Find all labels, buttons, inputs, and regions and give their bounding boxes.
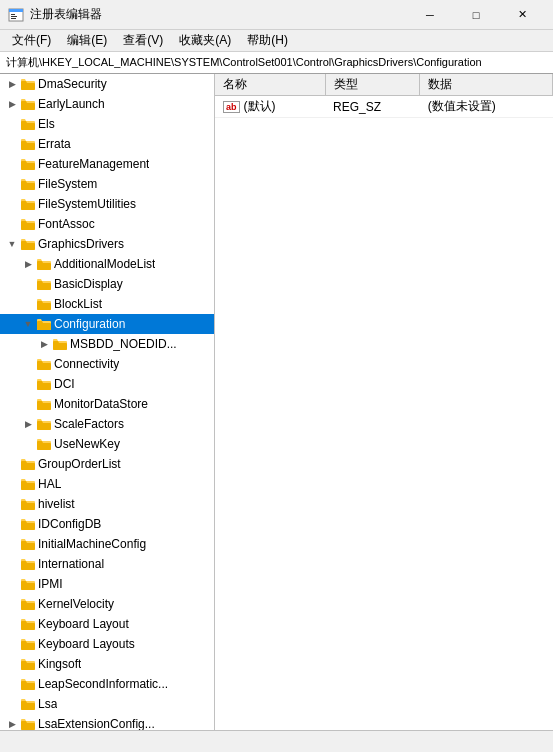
maximize-button[interactable]: □ [453, 0, 499, 30]
tree-label: MSBDD_NOEDID... [70, 337, 177, 351]
tree-panel[interactable]: DmaSecurity EarlyLaunch Els Errata Featu… [0, 74, 215, 730]
tree-item[interactable]: BasicDisplay [0, 274, 214, 294]
tree-item[interactable]: EarlyLaunch [0, 94, 214, 114]
address-bar: 计算机\HKEY_LOCAL_MACHINE\SYSTEM\ControlSet… [0, 52, 553, 74]
folder-icon [20, 596, 36, 612]
close-button[interactable]: ✕ [499, 0, 545, 30]
tree-label: IDConfigDB [38, 517, 101, 531]
app-title: 注册表编辑器 [30, 6, 407, 23]
tree-label: BlockList [54, 297, 102, 311]
tree-item[interactable]: UseNewKey [0, 434, 214, 454]
col-type: 类型 [325, 74, 420, 96]
tree-expander[interactable] [4, 76, 20, 92]
tree-item[interactable]: FileSystem [0, 174, 214, 194]
tree-label: UseNewKey [54, 437, 120, 451]
tree-expander[interactable] [4, 716, 20, 730]
tree-item[interactable]: InitialMachineConfig [0, 534, 214, 554]
window-controls: ─ □ ✕ [407, 0, 545, 30]
tree-expander[interactable] [4, 96, 20, 112]
registry-table: 名称 类型 数据 ab(默认)REG_SZ(数值未设置) [215, 74, 553, 118]
tree-item[interactable]: BlockList [0, 294, 214, 314]
tree-label: DCI [54, 377, 75, 391]
table-row[interactable]: ab(默认)REG_SZ(数值未设置) [215, 96, 553, 118]
folder-icon [20, 196, 36, 212]
menu-item-查看(V)[interactable]: 查看(V) [115, 30, 171, 51]
tree-expander[interactable] [4, 236, 20, 252]
tree-item[interactable]: FeatureManagement [0, 154, 214, 174]
tree-item[interactable]: MSBDD_NOEDID... [0, 334, 214, 354]
folder-icon [20, 536, 36, 552]
tree-label: LeapSecondInformatic... [38, 677, 168, 691]
tree-item[interactable]: Lsa [0, 694, 214, 714]
folder-icon [36, 276, 52, 292]
folder-icon [20, 96, 36, 112]
tree-item[interactable]: Keyboard Layouts [0, 634, 214, 654]
tree-item[interactable]: FileSystemUtilities [0, 194, 214, 214]
tree-item[interactable]: LsaExtensionConfig... [0, 714, 214, 730]
tree-item[interactable]: Kingsoft [0, 654, 214, 674]
folder-icon [20, 636, 36, 652]
table-header: 名称 类型 数据 [215, 74, 553, 96]
tree-label: ScaleFactors [54, 417, 124, 431]
folder-icon [20, 576, 36, 592]
folder-icon [20, 176, 36, 192]
tree-label: EarlyLaunch [38, 97, 105, 111]
folder-icon [36, 296, 52, 312]
tree-item[interactable]: GraphicsDrivers [0, 234, 214, 254]
tree-item[interactable]: FontAssoc [0, 214, 214, 234]
tree-expander[interactable] [36, 336, 52, 352]
minimize-button[interactable]: ─ [407, 0, 453, 30]
folder-icon [20, 456, 36, 472]
tree-item[interactable]: AdditionalModeList [0, 254, 214, 274]
tree-label: Connectivity [54, 357, 119, 371]
tree-item[interactable]: International [0, 554, 214, 574]
menu-item-帮助(H)[interactable]: 帮助(H) [239, 30, 296, 51]
address-path: 计算机\HKEY_LOCAL_MACHINE\SYSTEM\ControlSet… [6, 55, 482, 70]
tree-item[interactable]: Els [0, 114, 214, 134]
tree-item[interactable]: LeapSecondInformatic... [0, 674, 214, 694]
tree-label: Keyboard Layout [38, 617, 129, 631]
tree-item[interactable]: GroupOrderList [0, 454, 214, 474]
menu-bar: 文件(F)编辑(E)查看(V)收藏夹(A)帮助(H) [0, 30, 553, 52]
col-name: 名称 [215, 74, 325, 96]
folder-icon [36, 396, 52, 412]
tree-label: FeatureManagement [38, 157, 149, 171]
tree-item[interactable]: IPMI [0, 574, 214, 594]
tree-item[interactable]: KernelVelocity [0, 594, 214, 614]
tree-item[interactable]: Errata [0, 134, 214, 154]
folder-icon [20, 496, 36, 512]
folder-icon [36, 316, 52, 332]
tree-item[interactable]: ScaleFactors [0, 414, 214, 434]
tree-item[interactable]: Connectivity [0, 354, 214, 374]
tree-item[interactable]: Keyboard Layout [0, 614, 214, 634]
tree-item[interactable]: MonitorDataStore [0, 394, 214, 414]
tree-label: Configuration [54, 317, 125, 331]
tree-expander[interactable] [20, 256, 36, 272]
svg-rect-2 [11, 14, 15, 15]
tree-item[interactable]: DmaSecurity [0, 74, 214, 94]
menu-item-文件(F)[interactable]: 文件(F) [4, 30, 59, 51]
folder-icon [36, 376, 52, 392]
right-panel[interactable]: 名称 类型 数据 ab(默认)REG_SZ(数值未设置) [215, 74, 553, 730]
folder-icon [36, 416, 52, 432]
folder-icon [20, 236, 36, 252]
tree-item[interactable]: Configuration [0, 314, 214, 334]
tree-label: GroupOrderList [38, 457, 121, 471]
tree-item[interactable]: IDConfigDB [0, 514, 214, 534]
tree-label: FontAssoc [38, 217, 95, 231]
folder-icon [20, 556, 36, 572]
tree-label: International [38, 557, 104, 571]
tree-label: IPMI [38, 577, 63, 591]
tree-label: Lsa [38, 697, 57, 711]
title-bar: 注册表编辑器 ─ □ ✕ [0, 0, 553, 30]
tree-item[interactable]: DCI [0, 374, 214, 394]
folder-icon [52, 336, 68, 352]
menu-item-收藏夹(A)[interactable]: 收藏夹(A) [171, 30, 239, 51]
folder-icon [20, 696, 36, 712]
tree-expander[interactable] [20, 316, 36, 332]
tree-expander[interactable] [20, 416, 36, 432]
tree-item[interactable]: HAL [0, 474, 214, 494]
tree-item[interactable]: hivelist [0, 494, 214, 514]
col-data: 数据 [420, 74, 553, 96]
menu-item-编辑(E)[interactable]: 编辑(E) [59, 30, 115, 51]
